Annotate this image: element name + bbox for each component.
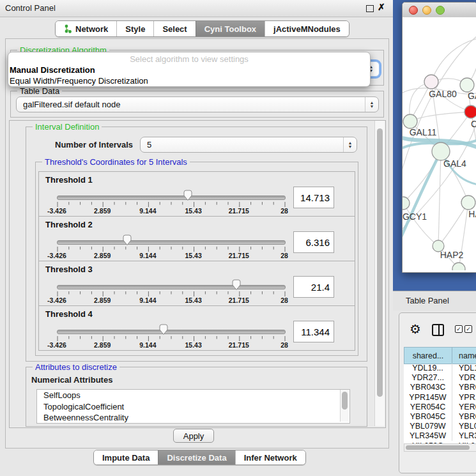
group-title: Table Data xyxy=(17,86,62,96)
slider-track[interactable] xyxy=(57,285,286,289)
close-traffic-icon[interactable] xyxy=(409,6,418,15)
network-edge[interactable] xyxy=(403,151,441,203)
minimize-traffic-icon[interactable] xyxy=(422,6,431,15)
slider-track[interactable] xyxy=(57,330,286,334)
slider-track[interactable] xyxy=(57,196,286,200)
tick-label: 2.859 xyxy=(94,341,111,349)
zoom-traffic-icon[interactable] xyxy=(436,6,445,15)
node-label: GAL11 xyxy=(410,127,437,137)
threshold-value-field[interactable]: 14.713 xyxy=(293,187,334,208)
combo-arrows-icon: ▲▼ xyxy=(343,137,357,152)
list-scrollbar[interactable] xyxy=(340,390,349,422)
checkbox-icon[interactable]: ✓ xyxy=(455,325,463,333)
horizontal-scrollbar[interactable] xyxy=(404,443,476,452)
cell-shared-name[interactable]: YER054C xyxy=(404,403,452,411)
slider-ticks xyxy=(57,291,286,297)
cell-name[interactable]: YBR0 xyxy=(452,412,476,421)
network-node[interactable] xyxy=(432,142,450,160)
vertical-scrollbar[interactable] xyxy=(374,121,385,426)
network-edge[interactable] xyxy=(438,151,441,246)
tab-infer-network[interactable]: Infer Network xyxy=(235,450,305,464)
scrollbar-thumb[interactable] xyxy=(342,392,348,410)
apply-button[interactable]: Apply xyxy=(173,429,214,443)
tab-discretize-data[interactable]: Discretize Data xyxy=(158,450,234,464)
checkbox-icon[interactable]: ✓ xyxy=(464,325,472,333)
node-label: GAL80 xyxy=(429,89,457,99)
table-data-combobox[interactable]: galFiltered.sif default node ▲▼ xyxy=(16,96,379,112)
tab-cyni-toolbox[interactable]: Cyni Toolbox xyxy=(196,21,265,36)
cell-shared-name[interactable]: YPR145W xyxy=(404,393,452,402)
attribute-list-item[interactable]: TopologicalCoefficient xyxy=(37,401,349,413)
cell-shared-name[interactable]: YLR345W xyxy=(404,431,452,440)
dropdown-option-equal-width[interactable]: Equal Width/Frequency Discretization xyxy=(8,75,370,86)
threshold-value-field[interactable]: 6.316 xyxy=(293,231,334,253)
network-canvas[interactable]: GAL80GALCGAL11GAL4GCY1HAHAP2 xyxy=(403,17,476,270)
cell-name[interactable]: YBR0 xyxy=(452,383,476,392)
network-node[interactable] xyxy=(460,78,474,92)
node-label: GAL4 xyxy=(443,158,466,169)
cell-name[interactable]: YER0 xyxy=(452,403,476,411)
scrollbar-thumb[interactable] xyxy=(377,128,383,397)
table-row[interactable]: YBR043CYBR0 xyxy=(404,383,476,392)
slider-track[interactable] xyxy=(57,240,286,245)
tab-style[interactable]: Style xyxy=(116,21,153,36)
number-of-intervals-combobox[interactable]: 5 ▲▼ xyxy=(140,137,357,153)
cell-name[interactable]: YLR3 xyxy=(452,431,476,440)
tick-label: 2.859 xyxy=(94,252,111,259)
table-row[interactable]: YER054CYER0 xyxy=(404,403,476,412)
network-node[interactable] xyxy=(424,75,438,89)
attribute-list-item[interactable]: SelfLoops xyxy=(37,390,349,401)
cell-shared-name[interactable]: YBR043C xyxy=(404,383,452,392)
slider-thumb[interactable] xyxy=(231,279,242,291)
close-icon[interactable]: ✗ xyxy=(378,2,385,12)
cell-name[interactable]: YDR2 xyxy=(452,373,476,382)
table-row[interactable]: YBR045CYBR0 xyxy=(404,412,476,422)
table-data-group: Table Data galFiltered.sif default node … xyxy=(10,91,384,118)
cell-name[interactable]: YPR1 xyxy=(452,393,476,402)
gear-icon[interactable]: ⚙ xyxy=(410,321,421,337)
network-window-titlebar[interactable] xyxy=(403,3,476,18)
tab-impute-data[interactable]: Impute Data xyxy=(94,450,158,464)
slider-thumb[interactable] xyxy=(122,234,132,246)
tab-select[interactable]: Select xyxy=(153,21,195,36)
network-node[interactable] xyxy=(403,197,410,210)
table-row[interactable]: YDR27...YDR2 xyxy=(404,373,476,383)
tab-network[interactable]: Network xyxy=(56,21,116,36)
network-icon xyxy=(64,24,72,34)
bottom-tab-bar: Impute Data Discretize Data Infer Networ… xyxy=(93,450,306,465)
network-node[interactable] xyxy=(464,105,476,118)
threshold-value-field[interactable]: 21.4 xyxy=(293,276,334,298)
slider-thumb[interactable] xyxy=(158,324,169,335)
scrollbar-thumb[interactable] xyxy=(406,445,470,450)
network-edge[interactable] xyxy=(431,38,476,82)
slider-thumb[interactable] xyxy=(183,190,193,201)
group-title: Attributes to discretize xyxy=(33,362,119,372)
float-window-icon[interactable] xyxy=(366,5,374,12)
table-row[interactable]: YDL19...YDL1 xyxy=(404,364,476,373)
table-row[interactable]: YPR145WYPR1 xyxy=(404,393,476,403)
threshold-value-field[interactable]: 11.344 xyxy=(293,321,334,342)
network-node[interactable] xyxy=(461,196,475,210)
network-edge[interactable] xyxy=(438,203,468,246)
tick-label: 15.43 xyxy=(185,207,201,215)
column-header-name[interactable]: name xyxy=(452,347,476,364)
cell-name[interactable]: YDL1 xyxy=(452,364,476,372)
tab-jactivemnodules[interactable]: jActiveMNodules xyxy=(265,21,349,36)
network-edge[interactable] xyxy=(403,151,441,240)
table-row[interactable]: YLR345WYLR3 xyxy=(404,431,476,441)
table-row[interactable]: YBL079WYBL0 xyxy=(404,422,476,431)
numerical-attributes-list[interactable]: SelfLoopsTopologicalCoefficientBetweenne… xyxy=(36,389,350,424)
cell-shared-name[interactable]: YDL19... xyxy=(404,364,452,372)
cell-shared-name[interactable]: YDR27... xyxy=(404,373,452,382)
split-panel-icon[interactable] xyxy=(432,324,444,336)
network-node[interactable] xyxy=(403,114,417,128)
cell-shared-name[interactable]: YBR045C xyxy=(404,412,452,421)
cell-name[interactable]: YBL0 xyxy=(452,422,476,431)
attribute-list-item[interactable]: BetweennessCentrality xyxy=(37,412,349,424)
tick-label: 28 xyxy=(280,252,288,259)
tick-label: 15.43 xyxy=(185,252,201,259)
dropdown-option-manual[interactable]: Manual Discretization xyxy=(8,65,370,75)
cell-shared-name[interactable]: YBL079W xyxy=(404,422,452,431)
column-header-shared-name[interactable]: shared... xyxy=(404,347,452,364)
network-edge[interactable] xyxy=(410,112,471,121)
